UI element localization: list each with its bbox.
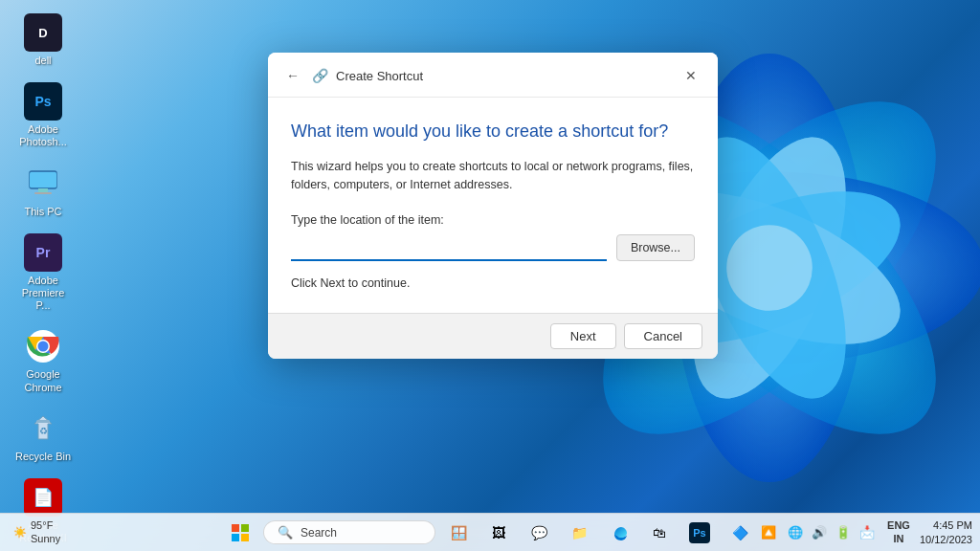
weather-icon: ☀️ bbox=[13, 526, 27, 539]
svg-rect-26 bbox=[36, 420, 50, 423]
desktop-icon-photoshop[interactable]: Ps AdobePhotosh... bbox=[10, 78, 77, 152]
dialog-title-icon: 🔗 bbox=[312, 68, 328, 83]
lang-text: ENG bbox=[887, 519, 910, 532]
desktop-icon-dell[interactable]: D dell bbox=[10, 10, 77, 71]
taskbar-left: ☀️ 95°F Sunny bbox=[8, 519, 66, 544]
svg-rect-29 bbox=[241, 524, 249, 532]
svg-rect-31 bbox=[241, 534, 249, 541]
desktop-icon-recycle-label: Recycle Bin bbox=[15, 451, 71, 463]
back-arrow-icon: ← bbox=[286, 68, 300, 83]
weather-widget[interactable]: ☀️ 95°F Sunny bbox=[8, 519, 66, 544]
tray-chevron[interactable]: 🔼 bbox=[758, 523, 779, 541]
time-display: 4:45 PM bbox=[920, 518, 972, 532]
svg-rect-28 bbox=[232, 524, 239, 532]
teams-button[interactable]: 💬 bbox=[522, 516, 556, 550]
location-input[interactable] bbox=[291, 234, 607, 261]
weather-desc: Sunny bbox=[31, 533, 60, 545]
dialog-back-button[interactable]: ← bbox=[281, 64, 304, 87]
store-button[interactable]: 🛍 bbox=[642, 516, 677, 550]
dialog-input-label: Type the location of the item: bbox=[291, 213, 695, 227]
desktop: D dell Ps AdobePhotosh... This PC Pr Ado… bbox=[0, 0, 980, 551]
next-button[interactable]: Next bbox=[550, 323, 616, 349]
notification-tray-icon[interactable]: 📩 bbox=[857, 523, 878, 541]
ps-taskbar-button[interactable]: Ps bbox=[682, 516, 717, 550]
dialog-body: What item would you like to create a sho… bbox=[268, 98, 718, 313]
dialog-main-question: What item would you like to create a sho… bbox=[291, 121, 695, 143]
explorer-button[interactable]: 📁 bbox=[562, 516, 596, 550]
desktop-icon-dell-label: dell bbox=[34, 55, 51, 67]
language-indicator[interactable]: ENG IN bbox=[883, 518, 914, 546]
dialog-hint: Click Next to continue. bbox=[291, 276, 695, 290]
taskview-icon: 🪟 bbox=[451, 525, 467, 540]
svg-rect-18 bbox=[30, 172, 56, 187]
ps-taskbar-icon: Ps bbox=[693, 527, 705, 539]
search-label: Search bbox=[301, 526, 337, 540]
teams-icon: 💬 bbox=[531, 525, 547, 540]
dialog-titlebar: ← 🔗 Create Shortcut ✕ bbox=[268, 53, 718, 98]
taskbar-center: 🔍 Search 🪟 🖼 💬 📁 bbox=[223, 516, 757, 550]
dialog-description: This wizard helps you to create shortcut… bbox=[291, 158, 695, 194]
edge-taskbar-button[interactable] bbox=[602, 516, 636, 550]
desktop-icon-thispc[interactable]: This PC bbox=[10, 161, 77, 222]
tray-icons-group: 🌐 🔊 🔋 📩 bbox=[785, 523, 878, 541]
windows-logo-icon bbox=[232, 524, 249, 541]
desktop-icon-chrome[interactable]: GoogleChrome bbox=[10, 323, 77, 397]
edge-taskbar-icon bbox=[611, 524, 628, 541]
battery-tray-icon[interactable]: 🔋 bbox=[833, 523, 854, 541]
dialog-close-button[interactable]: ✕ bbox=[678, 62, 704, 89]
weather-temp: 95°F bbox=[31, 519, 60, 532]
extra-app-icon: 🔷 bbox=[732, 525, 748, 540]
widgets-icon: 🖼 bbox=[492, 525, 505, 540]
close-icon: ✕ bbox=[685, 68, 697, 83]
extra-app-button[interactable]: 🔷 bbox=[723, 516, 757, 550]
search-bar[interactable]: 🔍 Search bbox=[263, 520, 435, 544]
explorer-icon: 📁 bbox=[571, 525, 588, 540]
taskview-button[interactable]: 🪟 bbox=[441, 516, 476, 550]
browse-button[interactable]: Browse... bbox=[616, 234, 695, 261]
taskbar-right: 🔼 🌐 🔊 🔋 📩 ENG IN 4:45 PM 10/12/2023 bbox=[758, 518, 972, 546]
desktop-icons: D dell Ps AdobePhotosh... This PC Pr Ado… bbox=[10, 10, 77, 551]
desktop-icon-recycle[interactable]: ♻ Recycle Bin bbox=[10, 406, 77, 467]
desktop-icon-photoshop-label: AdobePhotosh... bbox=[19, 123, 67, 148]
dialog-titlebar-left: ← 🔗 Create Shortcut bbox=[281, 64, 423, 87]
desktop-icon-thispc-label: This PC bbox=[24, 206, 61, 218]
svg-point-16 bbox=[726, 225, 813, 311]
cancel-button[interactable]: Cancel bbox=[624, 323, 702, 349]
date-display: 10/12/2023 bbox=[920, 533, 972, 546]
desktop-icon-premiere-label: AdobePremiere P... bbox=[13, 275, 73, 313]
network-tray-icon[interactable]: 🌐 bbox=[785, 523, 806, 541]
svg-rect-30 bbox=[232, 534, 239, 541]
dialog-input-row: Browse... bbox=[291, 234, 695, 261]
create-shortcut-dialog: ← 🔗 Create Shortcut ✕ What item would yo… bbox=[268, 53, 718, 359]
desktop-icon-premiere[interactable]: Pr AdobePremiere P... bbox=[10, 230, 77, 317]
dialog-footer: Next Cancel bbox=[268, 313, 718, 359]
search-icon: 🔍 bbox=[278, 525, 293, 540]
dialog-title-text: Create Shortcut bbox=[336, 69, 423, 83]
desktop-icon-chrome-label: GoogleChrome bbox=[24, 368, 61, 393]
store-icon: 🛍 bbox=[653, 525, 666, 540]
svg-text:♻: ♻ bbox=[39, 426, 48, 436]
widgets-button[interactable]: 🖼 bbox=[481, 516, 516, 550]
volume-tray-icon[interactable]: 🔊 bbox=[809, 523, 830, 541]
lang-region: IN bbox=[887, 533, 910, 545]
clock-widget[interactable]: 4:45 PM 10/12/2023 bbox=[920, 518, 972, 546]
chevron-up-icon: 🔼 bbox=[761, 525, 776, 540]
svg-rect-20 bbox=[34, 192, 52, 194]
svg-rect-19 bbox=[38, 188, 48, 192]
taskbar: ☀️ 95°F Sunny 🔍 Search bbox=[0, 513, 980, 551]
start-button[interactable] bbox=[223, 516, 257, 550]
svg-point-24 bbox=[38, 342, 49, 352]
